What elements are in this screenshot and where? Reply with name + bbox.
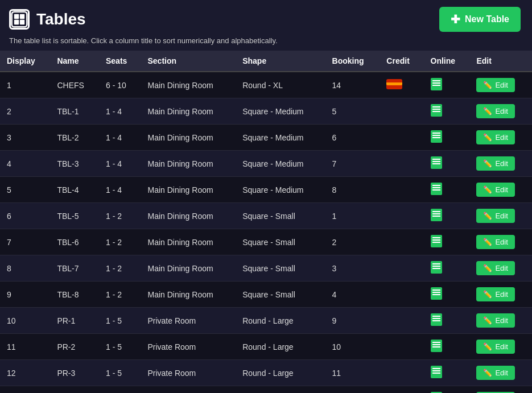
edit-button[interactable]: ✏️Edit <box>476 183 514 197</box>
cell-name: TBL-3 <box>50 151 99 177</box>
cell-display: 9 <box>0 282 50 308</box>
edit-button[interactable]: ✏️Edit <box>476 287 514 301</box>
cell-credit <box>380 255 423 282</box>
book-icon <box>431 130 442 143</box>
cell-section: Main Dining Room <box>141 151 236 177</box>
table-row: 7TBL-61 - 2Main Dining RoomSquare - Smal… <box>0 229 532 255</box>
cell-name: PR-2 <box>50 334 99 360</box>
cell-section: Private Room <box>141 308 236 334</box>
cell-edit: ✏️Edit <box>469 282 532 308</box>
cell-seats: 1 - 2 <box>99 255 141 282</box>
edit-button[interactable]: ✏️Edit <box>476 78 514 92</box>
cell-booking: 5 <box>325 98 380 125</box>
col-name[interactable]: Name <box>50 51 99 72</box>
col-credit[interactable]: Credit <box>380 51 423 72</box>
cell-section: Main Dining Room <box>141 229 236 255</box>
edit-pencil-icon: ✏️ <box>483 342 492 351</box>
cell-shape: Square - Small <box>236 203 325 229</box>
cell-online <box>424 308 470 334</box>
cell-credit <box>380 151 423 177</box>
cell-seats: 1 - 2 <box>99 229 141 255</box>
cell-online <box>424 334 470 360</box>
table-header-row: Display Name Seats Section Shape Booking… <box>0 51 532 72</box>
cell-shape: Square - Small <box>236 282 325 308</box>
book-icon <box>431 261 442 274</box>
col-section[interactable]: Section <box>141 51 236 72</box>
col-online[interactable]: Online <box>424 51 470 72</box>
cell-shape: Square - Medium <box>236 151 325 177</box>
edit-button[interactable]: ✏️Edit <box>476 313 514 328</box>
cell-credit <box>380 125 423 151</box>
title-area: Tables <box>9 9 86 30</box>
table-row: 4TBL-31 - 4Main Dining RoomSquare - Medi… <box>0 151 532 177</box>
cell-name: TBL-5 <box>50 203 99 229</box>
cell-online <box>424 72 470 98</box>
page-header: Tables ✚ New Table <box>0 0 532 35</box>
col-seats[interactable]: Seats <box>99 51 141 72</box>
cell-section: Main Dining Room <box>141 282 236 308</box>
edit-pencil-icon: ✏️ <box>483 81 492 89</box>
edit-pencil-icon: ✏️ <box>483 238 492 246</box>
book-icon <box>431 340 442 352</box>
edit-button[interactable]: ✏️Edit <box>476 156 514 171</box>
cell-credit <box>380 308 423 334</box>
cell-seats: 1 - 4 <box>99 125 141 151</box>
cell-credit <box>380 98 423 125</box>
edit-button[interactable]: ✏️Edit <box>476 235 514 249</box>
edit-button[interactable]: ✏️Edit <box>476 366 514 380</box>
cell-display: 1 <box>0 72 50 98</box>
cell-display: 2 <box>0 98 50 125</box>
edit-button[interactable]: ✏️Edit <box>476 261 514 275</box>
cell-section: Main Dining Room <box>141 255 236 282</box>
edit-button[interactable]: ✏️Edit <box>476 104 514 118</box>
cell-section: Private Room <box>141 386 236 394</box>
edit-button[interactable]: ✏️Edit <box>476 209 514 223</box>
cell-online <box>424 255 470 282</box>
col-booking[interactable]: Booking <box>325 51 380 72</box>
col-display[interactable]: Display <box>0 51 50 72</box>
new-table-button[interactable]: ✚ New Table <box>439 7 521 32</box>
cell-display: 11 <box>0 334 50 360</box>
cell-credit <box>380 177 423 203</box>
cell-edit: ✏️Edit <box>469 386 532 394</box>
cell-booking: 6 <box>325 125 380 151</box>
edit-button[interactable]: ✏️Edit <box>476 130 514 144</box>
cell-online <box>424 98 470 125</box>
cell-seats: 1 - 2 <box>99 203 141 229</box>
cell-credit <box>380 229 423 255</box>
edit-button[interactable]: ✏️Edit <box>476 340 514 354</box>
cell-edit: ✏️Edit <box>469 151 532 177</box>
cell-shape: Round - Large <box>236 386 325 394</box>
plus-icon: ✚ <box>451 13 460 26</box>
cell-booking: 12 <box>325 386 380 394</box>
cell-section: Main Dining Room <box>141 98 236 125</box>
cell-credit <box>380 334 423 360</box>
col-edit[interactable]: Edit <box>469 51 532 72</box>
cell-booking: 8 <box>325 177 380 203</box>
cell-booking: 14 <box>325 72 380 98</box>
cell-booking: 3 <box>325 255 380 282</box>
cell-display: 7 <box>0 229 50 255</box>
cell-credit <box>380 386 423 394</box>
book-icon <box>431 78 442 90</box>
cell-online <box>424 203 470 229</box>
cell-name: TBL-1 <box>50 98 99 125</box>
table-row: 5TBL-41 - 4Main Dining RoomSquare - Medi… <box>0 177 532 203</box>
cell-shape: Square - Small <box>236 255 325 282</box>
cell-online <box>424 151 470 177</box>
cell-online <box>424 360 470 386</box>
cell-name: TBL-7 <box>50 255 99 282</box>
cell-credit <box>380 72 423 98</box>
cell-edit: ✏️Edit <box>469 334 532 360</box>
col-shape[interactable]: Shape <box>236 51 325 72</box>
cell-display: 13 <box>0 386 50 394</box>
cell-shape: Square - Small <box>236 229 325 255</box>
svg-rect-3 <box>14 20 19 24</box>
svg-rect-0 <box>12 12 27 27</box>
cell-name: TBL-4 <box>50 177 99 203</box>
cell-online <box>424 229 470 255</box>
book-icon <box>431 287 442 300</box>
cell-edit: ✏️Edit <box>469 125 532 151</box>
cell-display: 4 <box>0 151 50 177</box>
table-row: 2TBL-11 - 4Main Dining RoomSquare - Medi… <box>0 98 532 125</box>
